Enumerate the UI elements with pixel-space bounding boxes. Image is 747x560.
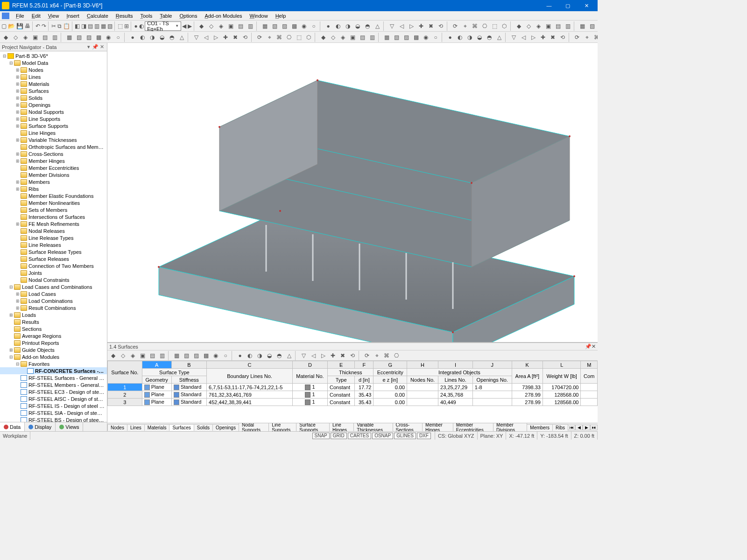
table-tab-materials[interactable]: Materials [144, 424, 170, 431]
toolbar-button[interactable]: △ [284, 351, 294, 360]
tree-item[interactable]: ⊞Materials [0, 80, 107, 87]
toolbar-button[interactable]: ◇ [328, 33, 338, 42]
toolbar-button[interactable]: ▣ [543, 21, 553, 31]
toolbar-button[interactable]: ⬡ [304, 33, 313, 42]
tb-btn[interactable]: ◨ [81, 21, 87, 31]
toolbar-button[interactable]: ▧ [587, 21, 597, 31]
toolbar-button[interactable]: △ [494, 33, 504, 42]
status-toggle-dxf[interactable]: DXF [417, 433, 431, 439]
toolbar-button[interactable]: △ [177, 33, 186, 42]
tree-item[interactable]: RF-STEEL AISC - Design of steel members [0, 395, 107, 402]
tree-item[interactable]: ⊞Variable Thicknesses [0, 136, 107, 143]
col-letter[interactable]: H [407, 361, 438, 369]
tb-btn[interactable]: ◐ [139, 21, 144, 31]
col-letter[interactable]: M [581, 361, 598, 369]
tb-btn[interactable]: ⬚ [117, 21, 123, 31]
col-letter[interactable]: B [171, 361, 206, 369]
toolbar-button[interactable]: ⌖ [372, 351, 381, 360]
toolbar-button[interactable]: ▦ [382, 33, 391, 42]
tree-item[interactable]: ⊞Result Combinations [0, 304, 107, 311]
tree-item[interactable]: ⊞Openings [0, 101, 107, 108]
tree-item[interactable]: Intersections of Surfaces [0, 213, 107, 220]
tree-item[interactable]: ⊟Add-on Modules [0, 353, 107, 360]
toolbar-button[interactable]: ▨ [280, 21, 289, 31]
tree-item[interactable]: ⊞Nodal Supports [0, 108, 107, 115]
toolbar-button[interactable]: ▨ [191, 351, 201, 360]
toolbar-button[interactable]: ◓ [363, 21, 372, 31]
col-letter[interactable]: K [512, 361, 543, 369]
toolbar-button[interactable]: ▥ [157, 351, 167, 360]
close-button[interactable]: ✕ [577, 0, 596, 11]
toolbar-button[interactable]: ▩ [201, 351, 211, 360]
toolbar-button[interactable]: ● [235, 351, 245, 360]
menu-insert[interactable]: Insert [63, 12, 83, 20]
toolbar-button[interactable]: ▦ [260, 21, 269, 31]
tab-nav-button[interactable]: ◀ [575, 425, 583, 430]
tree-item[interactable]: Sets of Members [0, 206, 107, 213]
toolbar-button[interactable]: ◉ [421, 33, 430, 42]
toolbar-button[interactable]: ▦ [578, 21, 587, 31]
menu-results[interactable]: Results [112, 12, 137, 20]
toolbar-button[interactable]: ◐ [333, 21, 343, 31]
tree-item[interactable]: Member Divisions [0, 171, 107, 178]
table-tab-member-divisions[interactable]: Member Divisions [493, 423, 527, 431]
tree-item[interactable]: Member Nonlinearities [0, 199, 107, 206]
tree-item[interactable]: ⊞Surfaces [0, 87, 107, 94]
tb-btn[interactable]: ▧ [107, 21, 113, 31]
toolbar-button[interactable]: ✚ [328, 351, 338, 360]
toolbar-button[interactable]: ⌘ [470, 21, 479, 31]
toolbar-button[interactable]: ▧ [182, 351, 191, 360]
save-icon[interactable]: 💾 [16, 21, 24, 31]
tree-item[interactable]: ⊟Load Cases and Combinations [0, 283, 107, 290]
col-letter[interactable]: F [355, 361, 374, 369]
toolbar-button[interactable]: ◇ [118, 351, 127, 360]
toolbar-button[interactable]: ◉ [211, 351, 220, 360]
toolbar-button[interactable]: ◁ [519, 33, 528, 42]
toolbar-button[interactable]: ◒ [265, 351, 274, 360]
toolbar-button[interactable]: ▷ [407, 21, 416, 31]
minimize-button[interactable]: — [540, 0, 558, 11]
tree-item[interactable]: ⊞Surface Supports [0, 122, 107, 129]
toolbar-button[interactable]: ● [445, 33, 455, 42]
table-tab-surfaces[interactable]: Surfaces [169, 424, 194, 431]
tree-item[interactable]: Sections [0, 325, 107, 332]
redo-icon[interactable]: ↷ [41, 21, 47, 31]
toolbar-button[interactable]: ⟲ [240, 33, 250, 42]
tree-item[interactable]: ⊞Nodes [0, 66, 107, 73]
menu-table[interactable]: Table [156, 12, 176, 20]
toolbar-button[interactable]: ✖ [231, 33, 240, 42]
menu-window[interactable]: Window [246, 12, 272, 20]
menu-view[interactable]: View [44, 12, 63, 20]
toolbar-button[interactable]: ▽ [509, 33, 518, 42]
menu-file[interactable]: File [12, 12, 28, 20]
mdi-icon[interactable] [2, 13, 9, 19]
table-tab-line-supports[interactable]: Line Supports [268, 423, 296, 431]
toolbar-button[interactable]: ◑ [465, 33, 474, 42]
toolbar-button[interactable]: ▣ [226, 21, 235, 31]
toolbar-button[interactable]: ⌖ [460, 21, 470, 31]
loadcase-combo[interactable]: CO1 - TS Eg+Eh ▼ [145, 21, 181, 31]
tree-item[interactable]: ⊞FE Mesh Refinements [0, 220, 107, 227]
tree-item[interactable]: ⊞Cross-Sections [0, 150, 107, 157]
toolbar-button[interactable]: ◓ [485, 33, 494, 42]
toolbar-button[interactable]: ⟲ [558, 33, 567, 42]
tb-btn[interactable]: ● [134, 21, 138, 31]
table-row[interactable]: 1PlaneStandard6,7,51-53,11-17,76-74,21,2… [108, 384, 598, 391]
table-tab-lines[interactable]: Lines [127, 424, 145, 431]
toolbar-button[interactable]: ◑ [255, 351, 264, 360]
col-letter[interactable]: D [292, 361, 327, 369]
menu-tools[interactable]: Tools [136, 12, 156, 20]
toolbar-button[interactable]: ▥ [563, 21, 572, 31]
toolbar-button[interactable]: ⟳ [451, 21, 460, 31]
toolbar-button[interactable]: ◁ [397, 21, 406, 31]
tb-btn[interactable]: ▦ [100, 21, 106, 31]
nav-tab-display[interactable]: Display [25, 422, 56, 431]
undo-icon[interactable]: ↶ [35, 21, 41, 31]
navigator-tree[interactable]: ⊟Part-B 3D-V6*⊟Model Data⊞Nodes⊞Lines⊞Ma… [0, 51, 107, 422]
table-tab-nodal-supports[interactable]: Nodal Supports [239, 423, 269, 431]
menu-calculate[interactable]: Calculate [83, 12, 112, 20]
toolbar-button[interactable]: ◑ [148, 33, 157, 42]
tree-item[interactable]: ⊟Model Data [0, 59, 107, 66]
toolbar-button[interactable]: ▤ [40, 33, 49, 42]
toolbar-button[interactable]: ▥ [246, 21, 255, 31]
